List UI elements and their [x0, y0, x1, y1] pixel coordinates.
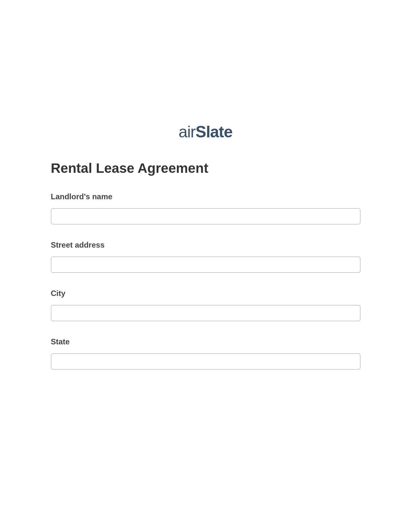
logo-part-slate: Slate — [196, 123, 233, 141]
input-street-address[interactable] — [51, 257, 360, 273]
label-city: City — [51, 289, 360, 298]
field-street-address: Street address — [51, 241, 360, 273]
field-state: State — [51, 337, 360, 369]
label-street-address: Street address — [51, 241, 360, 250]
field-city: City — [51, 289, 360, 321]
logo-container: airSlate — [0, 123, 411, 141]
input-city[interactable] — [51, 305, 360, 321]
input-landlord-name[interactable] — [51, 208, 360, 224]
logo-part-air: air — [179, 123, 196, 141]
airslate-logo: airSlate — [179, 123, 232, 141]
label-state: State — [51, 337, 360, 346]
page-title: Rental Lease Agreement — [51, 161, 360, 176]
form-content: Rental Lease Agreement Landlord's name S… — [51, 161, 360, 369]
label-landlord-name: Landlord's name — [51, 192, 360, 201]
field-landlord-name: Landlord's name — [51, 192, 360, 224]
document-page: airSlate Rental Lease Agreement Landlord… — [0, 0, 411, 532]
input-state[interactable] — [51, 353, 360, 369]
